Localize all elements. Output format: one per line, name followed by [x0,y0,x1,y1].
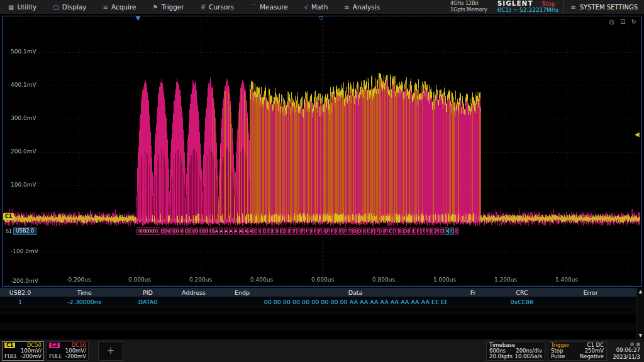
decode-table-row[interactable]: 1-2.30000nsDATA00x00 00 00 00 00 00 00 0… [0,297,636,307]
decode-cell: F [339,228,343,235]
camera-icon[interactable]: ◎ [609,18,614,25]
system-settings-button[interactable]: ≡ SYSTEM SETTINGS [564,0,644,14]
menu-item-label: Acquire [111,3,136,11]
acquire-icon: ≋ [103,4,108,11]
bus-protocol-badge[interactable]: USB2.0 [13,228,36,235]
trigger-widget[interactable]: Trigger C1 DC Stop 250mV Pulse Negative [548,341,607,361]
decode-cell: F [301,228,305,235]
table-cell: 0xCEB6 [499,297,545,306]
decode-cell: F [306,228,309,235]
plot-toolbar: ◎⊡↻ [609,18,636,25]
table-header-pid: PID [128,288,167,297]
menu-item-label: Utility [17,3,36,11]
add-channel-button[interactable]: + [98,341,123,361]
decode-cell: 0 [161,228,165,235]
channel-widget-c1[interactable]: C1DC50100mV/FULL-200mV [2,341,44,361]
menu-item-label: Math [311,3,328,11]
utility-icon: ▦ [8,4,14,11]
scroll-down-button[interactable]: ▼ [637,332,644,339]
trigger-level-marker[interactable]: ◀ [635,131,640,138]
decode-cell: 00000001 [136,228,160,235]
table-header-fr: Fr [447,288,499,297]
decode-cell: I [408,228,411,235]
x-axis-label: 0.000us [128,277,151,283]
menu-item-display[interactable]: ▢Display [45,0,94,14]
memory-line2: 1Gpts Memory [450,7,487,13]
decode-cell: E [267,228,270,235]
decode-cell: I [276,228,279,235]
scroll-up-button[interactable]: ▲ [637,288,644,295]
table-header-usb2.0: USB2.0 [0,288,40,297]
hamburger-icon: ≡ [570,4,575,11]
trigger-position-marker[interactable]: ▼ [136,14,140,22]
menu-item-utility[interactable]: ▦Utility [0,0,45,14]
decode-cell: E [271,228,275,235]
menu-item-label: Trigger [161,3,184,11]
decode-cell: F [384,228,388,235]
waveform-display: ◎⊡↻ ▼ ▽ ◀ C1 S1 USB2.0 000000010N000000O… [2,16,642,287]
decode-cell: F [426,228,430,235]
decode-table: USB2.0TimePIDAddressEndpDataFrCRCError 1… [0,288,644,339]
memory-line1: 4GHz 12Bit [450,1,487,7]
analysis-icon: ≡ [344,4,349,11]
table-header-address: Address [167,288,220,297]
table-header-time: Time [40,288,128,297]
display-icon: ▢ [53,4,58,11]
menu-item-label: Measure [260,3,288,11]
channel-badge: C2 [49,343,60,348]
decode-cell: 0 [170,228,174,235]
decode-cell: E [367,228,370,235]
menu-item-cursors[interactable]: #Cursors [192,0,242,14]
usb-decode-strip: 000000010N000000O0OAAAAAAAAEIEEEIEIEFIFF… [136,228,460,235]
zoom-box-icon[interactable]: ⊡ [620,18,625,25]
decode-cell: 0 [204,228,208,235]
menu-items: ▦Utility▢Display≋Acquire⚑Trigger#Cursors… [0,0,388,14]
decode-cell: O [199,228,204,235]
system-settings-label: SYSTEM SETTINGS [580,4,638,11]
decode-cell: 0 [180,228,184,235]
channel-widget-c2[interactable]: C2DC50100mV/FULL-200mV [47,341,89,361]
decode-cell: C [389,228,393,235]
decode-cell: A [229,228,233,235]
timebase-widget[interactable]: Timebase 600ns 200ns/div 20.0kpts 10.0GS… [486,341,545,361]
cursors-icon: # [201,4,206,11]
decode-cell: 7 [421,228,425,235]
decode-cell: F [371,228,375,235]
table-empty-row [0,307,636,315]
menu-item-label: Analysis [353,3,380,11]
menu-item-measure[interactable]: ⌒Measure [242,0,296,14]
datetime-widget: ▤ ▦ 09:06:27 2023/11/3 [609,341,642,361]
brand-block: SIGLENT Stop f(C1) = 52.22217MHz [492,0,564,14]
delay-reference-marker[interactable]: ▽ [319,14,323,22]
bus-s1-label: S1 [6,229,12,234]
decode-cell: F [314,228,318,235]
decode-cell: A [248,228,253,235]
menu-item-math[interactable]: √Math [296,0,336,14]
memory-info: 4GHz 12Bit 1Gpts Memory [445,1,492,13]
decode-cell: F [318,228,322,235]
decode-cell: E [253,228,257,235]
menu-item-trigger[interactable]: ⚑Trigger [144,0,192,14]
channel1-ground-marker[interactable]: C1 [3,213,14,220]
decode-cell: B [352,228,357,235]
menu-bar: ▦Utility▢Display≋Acquire⚑Trigger#Cursors… [0,0,644,14]
channel-row3: FULL-200mV [4,354,42,359]
y-axis-label: 100.0mV [11,182,36,188]
decode-cell: I [363,228,366,235]
channel-badge: C1 [4,343,15,348]
table-empty-row [0,315,636,323]
decode-cell: N [165,228,170,235]
decode-cell: E [262,228,265,235]
menu-item-analysis[interactable]: ≡Analysis [336,0,388,14]
decode-cell: A [214,228,219,235]
table-scrollbar[interactable]: ▲ ▼ [636,288,644,339]
x-axis-label: 1.000us [433,277,456,283]
clock-date: 2023/11/3 [613,354,640,360]
decode-table-empty-area [0,307,636,339]
refresh-icon[interactable]: ↻ [631,18,636,25]
waveform-canvas[interactable] [3,16,641,286]
menu-item-acquire[interactable]: ≋Acquire [95,0,145,14]
decode-cell: A [243,228,248,235]
bandwidth-label: FULL [49,354,62,359]
table-cell [220,297,264,306]
